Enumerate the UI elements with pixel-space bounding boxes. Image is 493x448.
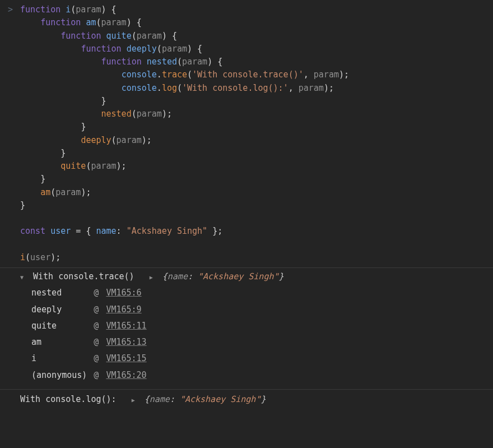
code-block[interactable]: function i(param) { function am(param) {… — [20, 3, 489, 264]
stack-frame-row: (anonymous)@ VM165:20 — [28, 367, 150, 384]
stack-frame-row: i@ VM165:15 — [28, 350, 150, 367]
stack-frame-fn: deeply — [28, 302, 90, 318]
stack-source-link[interactable]: VM165:6 — [106, 288, 141, 298]
stack-frame-row: quite@ VM165:11 — [28, 318, 150, 334]
stack-frame-fn: i — [28, 350, 90, 367]
object-prop: name — [168, 271, 188, 281]
at-symbol: @ — [94, 337, 106, 347]
caret-right-icon[interactable] — [150, 272, 155, 283]
at-symbol: @ — [94, 321, 106, 331]
trace-message: With console.trace() — [33, 271, 134, 281]
stack-frame-row: nested@ VM165:6 — [28, 285, 150, 301]
stack-frame-fn: nested — [28, 285, 90, 301]
stack-frame-fn: (anonymous) — [28, 367, 90, 384]
stack-source-link[interactable]: VM165:13 — [106, 337, 146, 347]
at-symbol: @ — [94, 370, 106, 380]
stack-source-link[interactable]: VM165:11 — [106, 321, 146, 331]
stack-source-link[interactable]: VM165:15 — [106, 353, 146, 363]
object-value: "Ackshaey Singh" — [198, 271, 279, 281]
stack-frame-fn: quite — [28, 318, 90, 334]
caret-down-icon[interactable] — [20, 272, 26, 283]
stack-source-link[interactable]: VM165:9 — [106, 304, 141, 315]
log-message: With console.log(): — [20, 394, 117, 404]
prompt-chevron-icon: > — [8, 3, 13, 16]
console-input-entry: > function i(param) { function am(param)… — [0, 0, 493, 267]
stack-frame-row: am@ VM165:13 — [28, 334, 150, 350]
caret-right-icon[interactable] — [132, 395, 137, 405]
at-symbol: @ — [94, 353, 106, 363]
trace-header[interactable]: With console.trace() {name: "Ackshaey Si… — [20, 270, 489, 283]
object-prop: name — [150, 394, 170, 404]
at-symbol: @ — [94, 304, 106, 315]
stack-trace-table: nested@ VM165:6deeply@ VM165:9quite@ VM1… — [28, 285, 150, 384]
at-symbol: @ — [94, 288, 106, 298]
stack-source-link[interactable]: VM165:20 — [106, 370, 146, 380]
trace-output: With console.trace() {name: "Ackshaey Si… — [0, 268, 493, 389]
object-value: "Ackshaey Singh" — [180, 394, 261, 404]
log-output: With console.log(): {name: "Ackshaey Sin… — [0, 390, 493, 409]
stack-frame-row: deeply@ VM165:9 — [28, 302, 150, 318]
stack-frame-fn: am — [28, 334, 90, 350]
